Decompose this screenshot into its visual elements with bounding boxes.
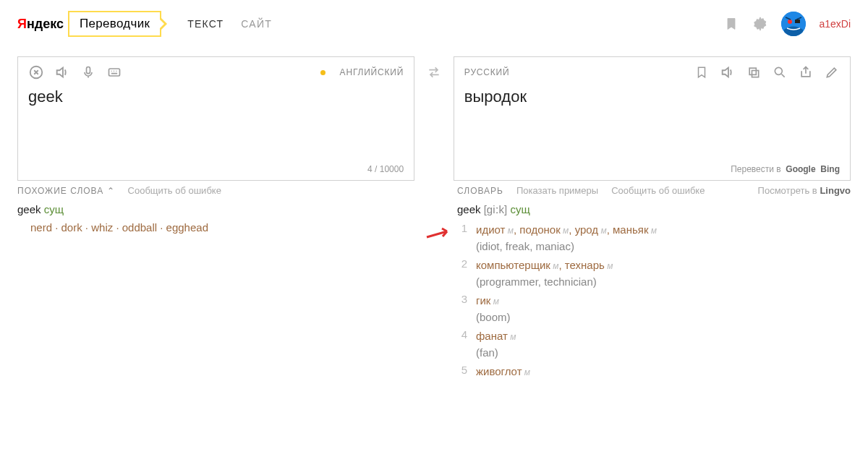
target-panel: РУССКИЙ выродок Перевести в bbox=[454, 56, 851, 181]
source-panel: АНГЛИЙСКИЙ geek 4 / 10000 bbox=[17, 56, 414, 181]
dict-translation[interactable]: подонок bbox=[519, 223, 560, 236]
dict-list: 1идиот м, подонок м, урод м, маньяк м(id… bbox=[457, 222, 851, 380]
svg-rect-3 bbox=[795, 20, 800, 23]
dict-gender: м bbox=[505, 226, 514, 236]
detect-dot bbox=[320, 70, 326, 75]
avatar[interactable] bbox=[781, 12, 806, 36]
logo-rest: ндекс bbox=[27, 17, 64, 32]
nav-text[interactable]: ТЕКСТ bbox=[187, 18, 224, 30]
similar-title[interactable]: ПОХОЖИЕ СЛОВА ⌃ bbox=[17, 186, 115, 196]
annotation-arrow-icon bbox=[425, 227, 454, 241]
dict-item: 4фанат м(fan) bbox=[457, 328, 851, 361]
dict-pos: сущ bbox=[510, 203, 529, 215]
svg-rect-7 bbox=[749, 68, 756, 74]
dict-translation[interactable]: урод bbox=[575, 223, 598, 236]
username[interactable]: a1exDi bbox=[819, 18, 851, 30]
synonym-list[interactable]: nerd · dork · whiz · oddball · egghead bbox=[17, 221, 437, 234]
speaker-icon[interactable] bbox=[54, 64, 70, 80]
target-lang[interactable]: РУССКИЙ bbox=[464, 67, 510, 77]
share-icon[interactable] bbox=[798, 64, 814, 80]
google-link[interactable]: Google bbox=[786, 164, 815, 174]
keyboard-icon[interactable] bbox=[106, 64, 122, 80]
dict-num: 5 bbox=[457, 364, 467, 376]
dict-item: 2компьютерщик м, технарь м(programmer, t… bbox=[457, 257, 851, 290]
dict-body: фанат м(fan) bbox=[476, 328, 516, 361]
dictionary-section: СЛОВАРЬ Показать примеры Сообщить об оши… bbox=[457, 185, 851, 383]
bookmark-outline-icon[interactable] bbox=[694, 64, 710, 80]
dict-gender: м bbox=[648, 226, 657, 236]
dict-gender: м bbox=[522, 367, 531, 377]
translator-main: АНГЛИЙСКИЙ geek 4 / 10000 РУССКИЙ bbox=[0, 45, 868, 184]
dict-gender: м bbox=[605, 261, 613, 271]
dict-gloss: (fan) bbox=[476, 345, 516, 362]
footer-prefix: Перевести в bbox=[731, 164, 780, 174]
dict-word: geek bbox=[457, 203, 481, 215]
dict-gloss: (boom) bbox=[476, 309, 511, 326]
edit-icon[interactable] bbox=[824, 64, 840, 80]
char-counter: 4 / 10000 bbox=[367, 164, 404, 174]
nav: ТЕКСТ САЙТ bbox=[187, 18, 272, 30]
chevron-up-icon: ⌃ bbox=[107, 186, 115, 196]
dict-item: 5живоглот м bbox=[457, 364, 851, 380]
bing-link[interactable]: Bing bbox=[820, 164, 840, 174]
dict-gender: м bbox=[508, 332, 516, 342]
dict-item: 3гик м(boom) bbox=[457, 293, 851, 325]
dict-num: 4 bbox=[457, 328, 467, 341]
dict-gender: м bbox=[561, 226, 569, 236]
report-link[interactable]: Сообщить об ошибке bbox=[611, 185, 705, 196]
report-link[interactable]: Сообщить об ошибке bbox=[128, 185, 221, 196]
svg-rect-6 bbox=[109, 69, 120, 76]
service-badge[interactable]: Переводчик bbox=[68, 11, 161, 37]
dict-body: компьютерщик м, технарь м(programmer, te… bbox=[476, 257, 613, 290]
dict-body: живоглот м bbox=[476, 364, 530, 380]
dict-num: 1 bbox=[457, 222, 467, 234]
dict-body: идиот м, подонок м, урод м, маньяк м(idi… bbox=[476, 222, 657, 255]
similar-pos: сущ bbox=[44, 203, 64, 215]
source-lang[interactable]: АНГЛИЙСКИЙ bbox=[340, 67, 404, 77]
similar-wordline: geek сущ bbox=[17, 203, 437, 215]
svg-point-9 bbox=[775, 67, 782, 74]
similar-section: ПОХОЖИЕ СЛОВА ⌃ Сообщить об ошибке geek … bbox=[17, 185, 437, 383]
target-output: выродок bbox=[464, 85, 840, 164]
svg-rect-5 bbox=[87, 67, 90, 74]
dict-translation[interactable]: компьютерщик bbox=[476, 259, 550, 271]
dict-item: 1идиот м, подонок м, урод м, маньяк м(id… bbox=[457, 222, 851, 255]
dict-translation[interactable]: живоглот bbox=[476, 365, 522, 377]
clear-icon[interactable] bbox=[28, 64, 44, 80]
dict-translation[interactable]: фанат bbox=[476, 330, 508, 342]
dict-gloss: (programmer, technician) bbox=[476, 274, 613, 291]
dict-gloss: (idiot, freak, maniac) bbox=[476, 239, 657, 255]
header-right: a1exDi bbox=[723, 12, 851, 36]
speaker-icon[interactable] bbox=[720, 64, 736, 80]
dict-gender: м bbox=[598, 226, 607, 236]
dict-gender: м bbox=[490, 296, 499, 307]
similar-word: geek bbox=[17, 203, 41, 215]
dict-wordline: geek [giːk] сущ bbox=[457, 203, 851, 216]
swap-button[interactable] bbox=[425, 65, 443, 82]
svg-rect-8 bbox=[752, 71, 758, 77]
examples-link[interactable]: Показать примеры bbox=[516, 185, 598, 196]
lingvo-link[interactable]: Посмотреть в Lingvo bbox=[758, 185, 851, 196]
target-footer: Перевести в Google Bing bbox=[464, 164, 840, 174]
dict-num: 3 bbox=[457, 293, 467, 305]
header: Яндекс Переводчик ТЕКСТ САЙТ a1exDi bbox=[0, 0, 868, 45]
dict-translation[interactable]: гик bbox=[476, 294, 490, 307]
dict-translation[interactable]: технарь bbox=[565, 259, 605, 271]
dict-num: 2 bbox=[457, 257, 467, 270]
dict-translation[interactable]: маньяк bbox=[613, 223, 648, 236]
source-input[interactable]: geek bbox=[28, 85, 404, 164]
dict-body: гик м(boom) bbox=[476, 293, 511, 325]
gear-icon[interactable] bbox=[752, 16, 768, 32]
logo-y: Я bbox=[17, 17, 27, 32]
copy-icon[interactable] bbox=[746, 64, 762, 80]
svg-point-2 bbox=[788, 20, 792, 24]
dict-ipa: [giːk] bbox=[484, 203, 508, 215]
search-icon[interactable] bbox=[772, 64, 788, 80]
mic-icon[interactable] bbox=[80, 64, 96, 80]
dict-title[interactable]: СЛОВАРЬ bbox=[457, 186, 503, 196]
bookmark-icon[interactable] bbox=[723, 16, 739, 32]
dict-translation[interactable]: идиот bbox=[476, 223, 505, 236]
nav-site[interactable]: САЙТ bbox=[241, 18, 272, 30]
logo[interactable]: Яндекс bbox=[17, 17, 64, 32]
below: ПОХОЖИЕ СЛОВА ⌃ Сообщить об ошибке geek … bbox=[0, 184, 868, 385]
